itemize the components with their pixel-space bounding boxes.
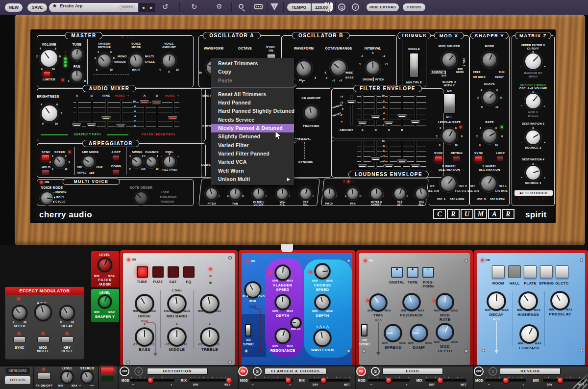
osc-b-octave-range-knob[interactable]	[331, 60, 346, 75]
fx-onoff-button[interactable]	[38, 373, 50, 380]
le-decay-slider[interactable]	[370, 156, 381, 162]
echo-name-plate[interactable]: ECHO	[382, 368, 443, 375]
fe-release-slider[interactable]	[397, 114, 407, 119]
rev-predelay-knob[interactable]	[552, 293, 568, 309]
mz-dest2-knob[interactable]	[526, 94, 540, 108]
prev-preset-button[interactable]: ◀	[139, 3, 147, 12]
rev-mix-handle[interactable]	[558, 378, 563, 383]
fx-red-indicator-button[interactable]	[100, 367, 114, 373]
menu-item-well-worn[interactable]: Well Worn	[211, 167, 294, 175]
echo-modrate-knob[interactable]	[438, 295, 452, 310]
tune-knob[interactable]	[72, 49, 82, 60]
trim2-pitch-knob[interactable]	[324, 188, 335, 199]
mixer-ring-slider[interactable]	[101, 116, 111, 121]
rev-spring-button[interactable]	[540, 265, 553, 278]
trim2-vca-att-knob[interactable]	[394, 188, 405, 199]
panel-pull-tab[interactable]	[281, 244, 293, 252]
menu-item-needs-service[interactable]: Needs Service	[211, 116, 294, 124]
fx-stereo-knob[interactable]	[82, 372, 93, 383]
trim1-pitch-knob[interactable]	[206, 188, 217, 199]
rev-decay-knob[interactable]	[489, 293, 504, 309]
flg-delay-knob[interactable]	[292, 319, 300, 327]
sy-shape-knob[interactable]	[483, 91, 496, 104]
sy-mode-knob[interactable]	[483, 53, 496, 67]
em-waveform-knob[interactable]	[36, 305, 50, 320]
flg-solo-button[interactable]: S	[253, 367, 262, 376]
menu-item-varied-filter[interactable]: Varied Filter	[211, 141, 294, 150]
favorite-star-icon[interactable]: ★	[52, 3, 57, 8]
em-key-reset-button[interactable]	[61, 337, 74, 343]
trigger-switch[interactable]	[409, 52, 419, 78]
arp-hold-button[interactable]	[42, 170, 49, 176]
mx-retrig-button[interactable]	[453, 156, 460, 161]
dist-mix-handle[interactable]	[226, 378, 232, 383]
x-wheel-dest-knob[interactable]	[441, 176, 456, 191]
midi-icon[interactable]	[254, 4, 263, 9]
flg-speed-knob[interactable]	[276, 266, 289, 279]
quantize-q-icon[interactable]: Q	[338, 3, 345, 11]
trim1-cutoff-knob[interactable]	[253, 188, 264, 199]
flg-mix-handle[interactable]	[321, 378, 326, 383]
rev-lowpass-knob[interactable]	[521, 326, 537, 342]
arp-speed-knob[interactable]	[54, 156, 65, 167]
trim1-pan-knob[interactable]	[230, 188, 241, 199]
dist-tube-button[interactable]	[137, 266, 148, 278]
sy-loop-button[interactable]	[496, 156, 504, 161]
fx-level-knob[interactable]	[62, 372, 73, 383]
rev-mix-slider[interactable]	[543, 379, 584, 382]
dist-mod-handle[interactable]	[148, 378, 153, 383]
echo-moddepth-knob[interactable]	[438, 325, 452, 339]
menu-item-reset-trimmers[interactable]: Reset Trimmers	[211, 59, 294, 68]
kb-amount-knob[interactable]	[305, 106, 318, 119]
dist-mix-slider[interactable]	[189, 379, 231, 382]
em-sync-button[interactable]	[13, 337, 25, 343]
mixer-a2-slider[interactable]	[139, 100, 149, 105]
mz-dest1-knob[interactable]	[525, 53, 541, 69]
menu-item-hard-panned-slightly-detuned[interactable]: Hard Panned Slightly Detuned	[211, 107, 294, 115]
echo-mix-slider[interactable]	[425, 379, 466, 382]
rev-solo-button[interactable]: S	[489, 367, 497, 376]
dist-sat-button[interactable]	[168, 266, 179, 278]
dist-solo-button[interactable]: S	[134, 367, 143, 376]
cho-speed-knob[interactable]	[316, 265, 329, 278]
mixer-b2-slider[interactable]	[151, 100, 162, 105]
redo-icon[interactable]: ↻	[191, 2, 197, 11]
mixer-noise-slider[interactable]	[116, 123, 126, 129]
rev-room-button[interactable]	[492, 265, 505, 278]
mod-source-knob[interactable]	[442, 53, 456, 67]
fe-attack-slider[interactable]	[357, 120, 368, 126]
save-button[interactable]: SAVE	[27, 3, 47, 12]
echo-mod-handle[interactable]	[386, 378, 392, 383]
menu-item-hard-panned[interactable]: Hard Panned	[211, 99, 294, 107]
le-release-slider[interactable]	[397, 159, 407, 164]
rev-name-plate[interactable]: REVERB	[500, 368, 561, 375]
volume-knob[interactable]	[41, 50, 57, 67]
mz-dest4-knob[interactable]	[526, 166, 540, 180]
settings-gear-icon[interactable]: ⚙	[216, 2, 222, 10]
rev-highpass-knob[interactable]	[520, 293, 536, 309]
flg-mix-slider[interactable]	[309, 379, 350, 382]
dist-name-plate[interactable]: DISTORTION	[147, 368, 208, 375]
le-attack-slider[interactable]	[357, 163, 368, 169]
cho-depth-knob[interactable]	[316, 296, 329, 309]
mixer-a-slider[interactable]	[72, 123, 82, 128]
echo-spread-knob[interactable]	[386, 326, 400, 340]
echo-mix-handle[interactable]	[438, 378, 443, 383]
flg-sync-switch[interactable]	[245, 324, 251, 337]
tempo-value[interactable]: 120.00	[312, 3, 331, 11]
rev-power-button[interactable]: OFF	[474, 366, 484, 376]
unison-detune-knob[interactable]	[98, 54, 111, 67]
help-icon[interactable]: ?	[352, 3, 359, 11]
mx-sync-button[interactable]	[435, 156, 442, 162]
arp-mode-knob[interactable]	[83, 156, 94, 167]
arp-down-button[interactable]	[112, 169, 120, 175]
em-delay-knob[interactable]	[61, 307, 74, 319]
mz-dest3-knob[interactable]	[526, 130, 540, 144]
voice-mode-knob[interactable]	[130, 54, 143, 67]
cho-waveform-knob[interactable]	[315, 331, 330, 345]
arp-sync-button[interactable]	[42, 155, 49, 161]
flg-name-plate[interactable]: FLANGER & CHORUS	[265, 368, 326, 375]
rev-hall-button[interactable]	[508, 265, 521, 278]
trim2-cutoff-knob[interactable]	[371, 188, 382, 199]
trim2-pan-knob[interactable]	[347, 188, 358, 199]
